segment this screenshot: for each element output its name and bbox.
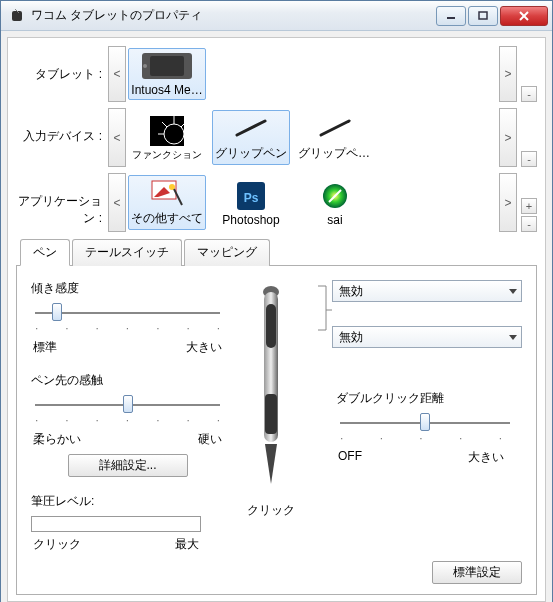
svg-line-16 — [321, 121, 349, 135]
inputdev-item-label: グリップペン 2 — [298, 145, 372, 162]
inputdev-item-functions[interactable]: ファンクション — [128, 110, 206, 165]
sai-icon — [305, 181, 365, 211]
inputdev-prev-button[interactable]: < — [108, 108, 126, 167]
tip-min-label: 柔らかい — [33, 431, 81, 448]
tablet-row-label: タブレット : — [16, 46, 108, 102]
app-next-button[interactable]: > — [499, 173, 517, 232]
svg-line-15 — [237, 121, 265, 135]
pen-icon — [221, 113, 281, 143]
minimize-button[interactable] — [436, 6, 466, 26]
tablet-remove-button[interactable]: - — [521, 86, 537, 102]
pen-click-label: クリック — [247, 502, 295, 519]
tab-tailswitch[interactable]: テールスイッチ — [72, 239, 182, 266]
inputdev-remove-button[interactable]: - — [521, 151, 537, 167]
tilt-slider[interactable] — [35, 303, 220, 321]
default-button[interactable]: 標準設定 — [432, 561, 522, 584]
svg-point-8 — [143, 64, 147, 68]
tab-bar: ペン テールスイッチ マッピング — [16, 238, 537, 266]
inputdev-item-grippen2[interactable]: グリップペン 2 — [296, 110, 374, 165]
app-item-label: Photoshop — [222, 213, 279, 227]
app-strip: その他すべて Ps Photoshop sai — [126, 173, 499, 232]
maximize-button[interactable] — [468, 6, 498, 26]
upper-switch-combo[interactable]: 無効 — [332, 280, 522, 302]
tablet-prev-button[interactable]: < — [108, 46, 126, 102]
svg-rect-3 — [479, 12, 487, 19]
app-icon — [9, 8, 25, 24]
inputdev-next-button[interactable]: > — [499, 108, 517, 167]
app-remove-button[interactable]: - — [521, 216, 537, 232]
pen-illustration-icon — [251, 284, 291, 494]
inputdev-row-label: 入力デバイス : — [16, 108, 108, 167]
close-button[interactable] — [500, 6, 548, 26]
dblclick-slider[interactable] — [340, 413, 510, 431]
tablet-strip: Intuos4 Me… — [126, 46, 499, 102]
inputdev-item-label: ファンクション — [132, 148, 202, 162]
app-item-label: sai — [327, 213, 342, 227]
app-item-sai[interactable]: sai — [296, 175, 374, 230]
app-item-photoshop[interactable]: Ps Photoshop — [212, 175, 290, 230]
svg-text:Ps: Ps — [244, 191, 259, 205]
pressure-label: 筆圧レベル: — [31, 493, 224, 510]
svg-marker-26 — [265, 444, 277, 484]
svg-rect-0 — [12, 11, 22, 21]
dblclick-min-label: OFF — [338, 449, 362, 466]
app-row-label: アプリケーション : — [16, 173, 108, 232]
lower-switch-combo[interactable]: 無効 — [332, 326, 522, 348]
chevron-down-icon — [509, 335, 517, 340]
app-item-allother[interactable]: その他すべて — [128, 175, 206, 230]
functions-icon — [137, 116, 197, 146]
app-item-label: その他すべて — [131, 210, 203, 227]
titlebar: ワコム タブレットのプロパティ — [1, 1, 552, 31]
svg-rect-25 — [265, 394, 277, 434]
photoshop-icon: Ps — [221, 181, 281, 211]
tab-mapping[interactable]: マッピング — [184, 239, 270, 266]
inputdev-item-label: グリップペン — [215, 145, 287, 162]
pressure-max-label: 最大 — [175, 536, 199, 553]
pressure-min-label: クリック — [33, 536, 81, 553]
tilt-min-label: 標準 — [33, 339, 57, 356]
allother-icon — [137, 178, 197, 208]
pressure-bar — [31, 516, 201, 532]
app-prev-button[interactable]: < — [108, 173, 126, 232]
window-title: ワコム タブレットのプロパティ — [31, 7, 436, 24]
svg-rect-7 — [150, 56, 184, 76]
detail-button[interactable]: 詳細設定... — [68, 454, 188, 477]
pen-icon — [305, 113, 365, 143]
svg-rect-24 — [266, 304, 276, 348]
tablet-item[interactable]: Intuos4 Me… — [128, 48, 206, 100]
tilt-label: 傾き感度 — [31, 280, 224, 297]
tablet-item-label: Intuos4 Me… — [131, 83, 202, 97]
tip-slider[interactable] — [35, 395, 220, 413]
inputdev-item-grippen[interactable]: グリップペン — [212, 110, 290, 165]
tilt-max-label: 大きい — [186, 339, 222, 356]
app-add-button[interactable]: + — [521, 198, 537, 214]
tab-pen[interactable]: ペン — [20, 239, 70, 266]
chevron-down-icon — [509, 289, 517, 294]
dblclick-max-label: 大きい — [468, 449, 504, 466]
tip-max-label: 硬い — [198, 431, 222, 448]
dblclick-label: ダブルクリック距離 — [336, 390, 522, 407]
tip-label: ペン先の感触 — [31, 372, 224, 389]
bracket-decoration — [318, 280, 332, 372]
tablet-icon — [137, 51, 197, 81]
inputdev-strip: ファンクション グリップペン グリップペン 2 — [126, 108, 499, 167]
tablet-next-button[interactable]: > — [499, 46, 517, 102]
